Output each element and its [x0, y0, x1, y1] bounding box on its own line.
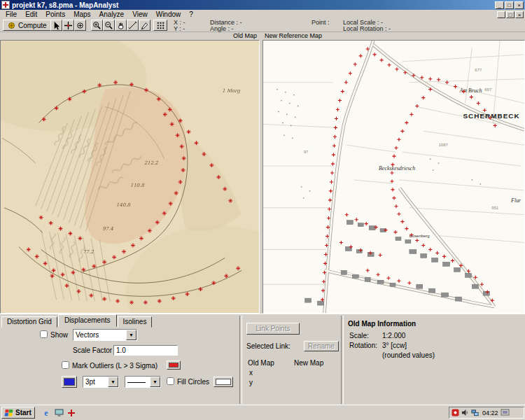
volume-tray-icon[interactable]: [461, 409, 469, 416]
pan-tool-button[interactable]: [115, 20, 127, 31]
menu-analyze[interactable]: Analyze: [95, 10, 129, 19]
svg-text:Büsenberg: Büsenberg: [410, 234, 430, 238]
menu-bar: File Edit Points Maps Analyze View Windo…: [0, 10, 525, 19]
show-vectors-label: Show: [50, 331, 68, 339]
red-cross-icon: [67, 409, 76, 417]
fill-circles-checkbox[interactable]: [167, 377, 174, 385]
menu-maps[interactable]: Maps: [69, 10, 94, 19]
desktop-quicklaunch-icon[interactable]: [53, 407, 64, 419]
system-tray: 04:22: [449, 407, 524, 419]
minimize-button[interactable]: _: [495, 1, 504, 9]
show-vectors-checkbox[interactable]: [40, 330, 48, 338]
link-points-button[interactable]: Link Points: [246, 323, 300, 335]
taskbar: Start e 04:22: [0, 405, 525, 420]
tray-end-icon[interactable]: [500, 409, 510, 417]
move-point-tool-button[interactable]: [62, 20, 74, 31]
mapanalyst-window: projekt k7, s8.pma - MapAnalyst _ □ × Fi…: [0, 0, 525, 420]
compute-button[interactable]: Compute: [3, 20, 52, 31]
info-rounded-note: (rounded values): [382, 351, 435, 359]
new-map-title: New Reference Map: [265, 32, 322, 40]
info-scale-label: Scale:: [349, 332, 369, 340]
maximize-button[interactable]: □: [505, 1, 514, 9]
coord-y-readout: Y : -: [174, 26, 185, 32]
new-map-column-header: New Map: [294, 359, 323, 367]
menu-window[interactable]: Window: [152, 10, 186, 19]
panel-divider-2: [341, 316, 344, 404]
svg-text:Flur: Flur: [510, 197, 522, 204]
compute-icon: [8, 22, 15, 29]
line-style-combo[interactable]: ▼: [125, 376, 161, 388]
menu-file[interactable]: File: [1, 10, 21, 19]
svg-text:140.8: 140.8: [116, 202, 130, 208]
zoom-in-icon: [92, 21, 102, 30]
line-width-combo[interactable]: 3pt ▼: [83, 376, 119, 388]
tab-isolines[interactable]: Isolines: [118, 316, 153, 328]
new-map-pane[interactable]: Am BruchSCHERMBECKBeckskesdrieschBüsenbe…: [262, 40, 525, 314]
local-rotation-readout: Local Rotation : -: [343, 26, 391, 32]
old-map-pane[interactable]: 1 Morg212.2110.8140.897.477.2: [0, 40, 260, 314]
set-point-icon: [76, 21, 85, 30]
zoom-out-tool-button[interactable]: [103, 20, 115, 31]
x-row-label: x: [249, 369, 253, 377]
angle-readout: Angle : -: [210, 26, 234, 32]
new-map-canvas[interactable]: Am BruchSCHERMBECKBeckskesdrieschBüsenbe…: [263, 41, 524, 313]
fill-color-button[interactable]: [214, 377, 233, 387]
line-width-value: 3pt: [83, 378, 108, 386]
outlier-color-button[interactable]: [167, 360, 181, 370]
distance-tool-button[interactable]: [127, 20, 139, 31]
fill-circles-label: Fill Circles: [177, 378, 209, 386]
vector-color-button[interactable]: [62, 376, 77, 388]
tab-displacements[interactable]: Displacements: [58, 314, 117, 327]
pen-tool-button[interactable]: [139, 20, 150, 31]
network-tray-icon[interactable]: [471, 409, 479, 416]
outlier-color-swatch: [169, 363, 178, 368]
antivirus-tray-icon[interactable]: [451, 409, 459, 416]
chevron-down-icon[interactable]: ▼: [108, 377, 118, 387]
old-map-canvas[interactable]: 1 Morg212.2110.8140.897.477.2: [1, 41, 259, 313]
old-map-title: Old Map: [0, 32, 257, 40]
points-grid-icon: [156, 21, 165, 30]
panel-divider-1: [239, 316, 242, 404]
chevron-down-icon[interactable]: ▼: [150, 377, 160, 387]
compute-label: Compute: [18, 22, 47, 29]
pen-icon: [140, 21, 149, 30]
move-point-icon: [64, 21, 73, 30]
scale-factor-input[interactable]: [113, 345, 178, 356]
svg-text:1 Morg: 1 Morg: [222, 88, 241, 94]
show-all-points-button[interactable]: [153, 20, 167, 31]
start-label: Start: [15, 409, 31, 416]
tab-distortion-grid[interactable]: Distortion Grid: [1, 316, 57, 328]
svg-text:77.2: 77.2: [83, 249, 94, 255]
chevron-down-icon[interactable]: ▼: [126, 330, 136, 340]
window-title: projekt k7, s8.pma - MapAnalyst: [12, 1, 118, 9]
svg-text:97.4: 97.4: [102, 226, 113, 232]
menu-view[interactable]: View: [128, 10, 152, 19]
svg-text:1087: 1087: [439, 143, 449, 147]
vector-type-combo[interactable]: Vectors ▼: [73, 329, 137, 341]
rename-button[interactable]: Rename: [304, 341, 339, 351]
vector-type-value: Vectors: [74, 331, 126, 339]
old-map-column-header: Old Map: [248, 359, 274, 367]
point-readout: Point :: [312, 20, 330, 26]
child-restore-button[interactable]: □: [506, 11, 514, 18]
child-minimize-button[interactable]: _: [497, 11, 505, 18]
mapanalyst-quicklaunch-icon[interactable]: [66, 407, 77, 419]
toolbar: Compute X : - Y : - Distan: [0, 19, 525, 32]
ie-icon: e: [44, 408, 48, 419]
set-point-tool-button[interactable]: [74, 20, 86, 31]
windows-logo-icon: [4, 409, 13, 417]
close-button[interactable]: ×: [514, 1, 524, 9]
start-button[interactable]: Start: [1, 407, 35, 419]
clock[interactable]: 04:22: [482, 410, 498, 416]
browser-quicklaunch-icon[interactable]: e: [41, 407, 52, 419]
svg-text:677: 677: [475, 68, 482, 72]
menu-edit[interactable]: Edit: [21, 10, 41, 19]
child-close-button[interactable]: ×: [515, 11, 524, 18]
svg-text:697: 697: [484, 88, 492, 92]
mark-outliers-checkbox[interactable]: [62, 361, 69, 369]
zoom-in-tool-button[interactable]: [91, 20, 103, 31]
menu-help[interactable]: ?: [185, 10, 197, 19]
pointer-tool-button[interactable]: [50, 20, 62, 31]
title-bar[interactable]: projekt k7, s8.pma - MapAnalyst _ □ ×: [0, 0, 525, 10]
menu-points[interactable]: Points: [41, 10, 69, 19]
